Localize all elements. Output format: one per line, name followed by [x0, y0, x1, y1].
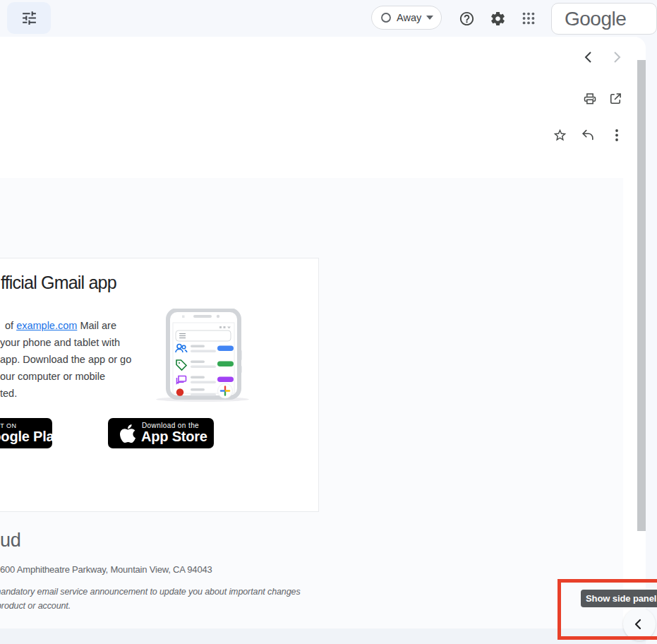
print-icon: [585, 94, 596, 104]
promo-heading: fficial Gmail app: [1, 273, 116, 293]
more-options-button[interactable]: [611, 128, 622, 143]
show-side-panel-tooltip: Show side panel: [581, 590, 657, 607]
gmail-app-illustration: [150, 309, 249, 402]
help-button[interactable]: [456, 8, 477, 29]
bottom-strip: [0, 628, 646, 644]
status-label: Away: [397, 12, 421, 23]
print-button[interactable]: [583, 92, 597, 106]
newer-message-button[interactable]: [582, 50, 595, 64]
apps-button[interactable]: [518, 8, 539, 29]
reply-icon: [583, 131, 593, 140]
footer-address: 600 Amphitheatre Parkway, Mountain View,…: [0, 564, 212, 575]
open-in-new-button[interactable]: [608, 92, 622, 106]
status-pill[interactable]: Away: [371, 6, 442, 30]
footer-brand: ud: [0, 530, 20, 551]
reply-button[interactable]: [581, 129, 595, 142]
phone-side-button: [239, 350, 242, 361]
apps-grid-icon: [521, 11, 536, 26]
caret-down-icon: [426, 16, 433, 20]
settings-button[interactable]: [487, 8, 508, 29]
compose-fab-icon: [218, 383, 233, 398]
badge-big-text: Google Play: [0, 429, 61, 445]
blue-pill: [217, 346, 234, 352]
chevron-left-icon: [586, 52, 591, 62]
google-play-badge[interactable]: GET IT ON Google Play: [0, 418, 52, 448]
star-button[interactable]: [553, 128, 567, 143]
star-icon: [554, 129, 567, 141]
google-logo: Google: [551, 3, 657, 35]
scrollbar[interactable]: [637, 60, 646, 531]
app-store-badge[interactable]: Download on the App Store: [108, 418, 214, 448]
older-message-button[interactable]: [610, 50, 623, 64]
top-bar: Away Google: [0, 0, 657, 37]
green-pill: [217, 362, 234, 367]
tune-icon: [20, 9, 38, 27]
body-line: of example.com Mail are: [0, 317, 131, 334]
apple-icon: [119, 423, 137, 444]
google-logo-text: Google: [565, 8, 626, 30]
badge-big-text: App Store: [141, 429, 207, 445]
body-line: our computer or mobile: [0, 368, 131, 385]
red-dot-icon: [176, 388, 183, 395]
purple-pill: [217, 377, 234, 383]
more-vert-icon: [615, 129, 618, 141]
body-line: your phone and tablet with: [0, 334, 131, 351]
gmail-window: Away Google: [0, 0, 657, 644]
body-line: app. Download the app or go: [0, 351, 131, 368]
open-in-new-icon: [611, 94, 620, 103]
phone-side-button: [239, 365, 242, 374]
fineprint-line: product or account.: [0, 601, 71, 611]
chevron-left-icon: [632, 617, 646, 631]
status-circle-icon: [380, 12, 392, 23]
body-line: ted.: [0, 385, 131, 402]
help-icon: [459, 11, 475, 27]
show-side-panel-button[interactable]: [623, 608, 656, 640]
gear-icon: [490, 11, 506, 27]
promo-body: of example.com Mail are your phone and t…: [0, 317, 131, 402]
fineprint-line: mandatory email service announcement to …: [0, 587, 301, 597]
tune-filter-button[interactable]: [7, 2, 51, 34]
chevron-right-icon: [615, 52, 620, 62]
example-link[interactable]: example.com: [16, 320, 77, 331]
